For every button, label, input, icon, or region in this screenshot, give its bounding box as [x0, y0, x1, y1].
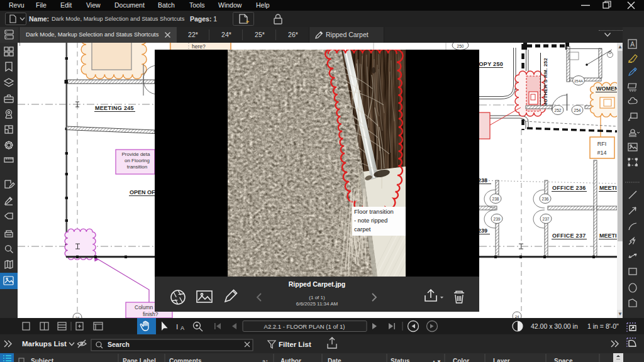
svg-text:on Flooring: on Flooring	[125, 158, 150, 163]
svg-text:Color: Color	[453, 358, 469, 362]
svg-text:OPEN OF: OPEN OF	[130, 189, 155, 195]
svg-text:MEETI: MEETI	[599, 185, 617, 191]
svg-text:Filter List: Filter List	[279, 341, 311, 348]
svg-text:- note ripped: - note ripped	[354, 217, 387, 224]
svg-text:239: 239	[478, 228, 487, 234]
svg-text:RFI: RFI	[597, 141, 607, 147]
svg-text:1 in = 8'-0": 1 in = 8'-0"	[587, 322, 619, 330]
svg-text:254A: 254A	[574, 79, 583, 83]
svg-text:Ⅰ: Ⅰ	[176, 323, 178, 331]
svg-text:Page Label: Page Label	[123, 358, 156, 362]
svg-text:Author: Author	[280, 358, 301, 362]
svg-text:Floor transition: Floor transition	[354, 208, 394, 215]
svg-text:238: 238	[478, 177, 487, 184]
svg-text:transition: transition	[127, 164, 147, 170]
svg-text:237: 237	[543, 217, 550, 221]
svg-text:252: 252	[555, 108, 562, 112]
svg-text:Subject: Subject	[31, 358, 54, 362]
svg-text:Comments: Comments	[169, 358, 202, 362]
svg-text:OFFICE 237: OFFICE 237	[552, 233, 586, 239]
svg-text:Markups List: Markups List	[22, 340, 67, 348]
svg-text:MEETING 245: MEETING 245	[95, 105, 134, 111]
svg-text:#14: #14	[597, 150, 606, 156]
svg-text:Search: Search	[108, 341, 130, 348]
svg-text:carpet: carpet	[354, 226, 371, 233]
svg-text:Provide deta: Provide deta	[122, 151, 150, 157]
svg-text:▲▼: ▲▼	[431, 359, 441, 362]
svg-text:A2.2.1 - FLOOR PLAN (1 of 1): A2.2.1 - FLOOR PLAN (1 of 1)	[264, 323, 345, 330]
svg-text:A: A	[180, 325, 184, 331]
svg-text:Layer: Layer	[493, 358, 510, 362]
svg-text:OFFICE 236: OFFICE 236	[552, 185, 586, 191]
svg-text:Date: Date	[328, 358, 341, 362]
svg-text:A: A	[630, 41, 635, 48]
svg-text:Column f: Column f	[135, 304, 157, 310]
svg-text:Status: Status	[391, 358, 410, 362]
svg-text:+: +	[246, 19, 249, 25]
svg-text:WOMEN: WOMEN	[596, 85, 617, 92]
svg-text:Space: Space	[554, 358, 573, 362]
svg-text:MOTHER’S RM. 252: MOTHER’S RM. 252	[543, 58, 548, 107]
svg-text:MEETI: MEETI	[599, 233, 617, 239]
svg-text:here?: here?	[192, 43, 206, 50]
svg-text:finish?: finish?	[143, 311, 158, 317]
svg-text:254: 254	[574, 108, 581, 112]
svg-text:239: 239	[494, 217, 501, 221]
svg-text:a↑: a↑	[262, 358, 269, 362]
svg-text:42.00 x 30.00 in: 42.00 x 30.00 in	[531, 322, 578, 330]
svg-text:238: 238	[492, 197, 499, 201]
svg-text:236: 236	[542, 197, 549, 201]
svg-text:250: 250	[457, 44, 464, 48]
